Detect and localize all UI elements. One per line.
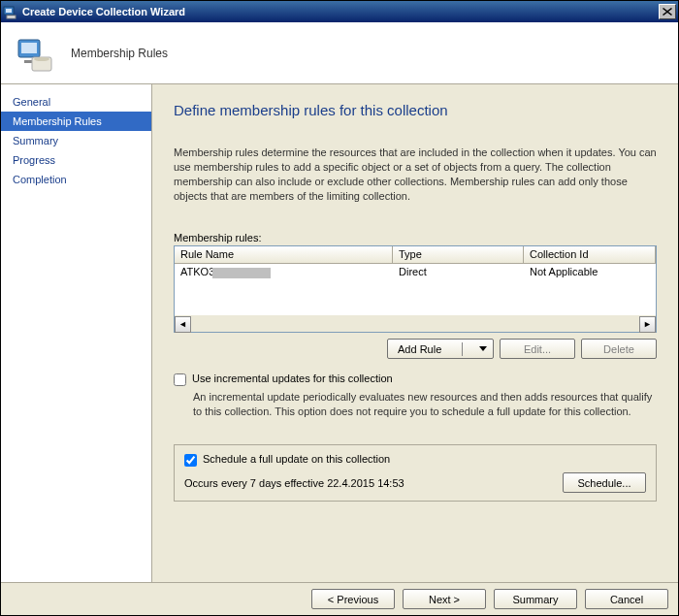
horizontal-scrollbar[interactable]: ◄ ► xyxy=(175,315,656,332)
cancel-button[interactable]: Cancel xyxy=(585,589,668,609)
col-type[interactable]: Type xyxy=(393,246,524,263)
page-description: Membership rules determine the resources… xyxy=(174,146,657,203)
cell-rule-name: ATKO3 xyxy=(175,265,393,279)
rules-toolbar: Add Rule Edit... Delete xyxy=(174,339,657,359)
col-collection-id[interactable]: Collection Id xyxy=(524,246,656,263)
header-title: Membership Rules xyxy=(71,47,168,60)
col-rule-name[interactable]: Rule Name xyxy=(175,246,393,263)
scroll-left-icon[interactable]: ◄ xyxy=(175,316,191,333)
wizard-header: Membership Rules xyxy=(1,22,678,84)
incremental-checkbox[interactable] xyxy=(174,373,186,386)
schedule-text: Occurs every 7 days effective 22.4.2015 … xyxy=(184,477,404,489)
rules-label: Membership rules: xyxy=(174,232,657,243)
cell-type: Direct xyxy=(393,265,524,279)
redacted-text xyxy=(212,268,271,278)
chevron-down-icon xyxy=(479,346,487,351)
delete-button: Delete xyxy=(581,339,657,359)
sidebar-item-summary[interactable]: Summary xyxy=(1,131,151,150)
app-icon xyxy=(3,4,18,19)
wizard-body: General Membership Rules Summary Progres… xyxy=(1,84,678,582)
schedule-group: Schedule a full update on this collectio… xyxy=(174,444,657,502)
edit-button: Edit... xyxy=(500,339,575,359)
rules-grid[interactable]: Rule Name Type Collection Id ATKO3 Direc… xyxy=(174,245,657,333)
cell-cid: Not Applicable xyxy=(524,265,656,279)
schedule-button[interactable]: Schedule... xyxy=(563,472,646,493)
grid-header: Rule Name Type Collection Id xyxy=(175,246,656,264)
scroll-right-icon[interactable]: ► xyxy=(639,316,656,333)
svg-point-7 xyxy=(34,57,49,61)
add-rule-button[interactable]: Add Rule xyxy=(387,339,494,359)
svg-rect-4 xyxy=(21,43,37,53)
wizard-footer: < Previous Next > Summary Cancel xyxy=(1,582,678,615)
schedule-label: Schedule a full update on this collectio… xyxy=(203,453,390,465)
table-row[interactable]: ATKO3 Direct Not Applicable xyxy=(175,264,656,280)
sidebar-item-completion[interactable]: Completion xyxy=(1,170,151,189)
schedule-checkbox[interactable] xyxy=(184,454,197,467)
incremental-desc: An incremental update periodically evalu… xyxy=(193,390,657,419)
incremental-row: Use incremental updates for this collect… xyxy=(174,373,657,386)
wizard-window: Create Device Collection Wizard Membersh… xyxy=(0,0,679,616)
previous-button[interactable]: < Previous xyxy=(311,589,395,609)
sidebar-item-general[interactable]: General xyxy=(1,92,151,112)
content-pane: Define membership rules for this collect… xyxy=(152,84,678,582)
grid-body: ATKO3 Direct Not Applicable xyxy=(175,264,656,314)
incremental-label: Use incremental updates for this collect… xyxy=(192,373,393,384)
header-icon xyxy=(15,34,53,73)
sidebar: General Membership Rules Summary Progres… xyxy=(1,84,152,582)
next-button[interactable]: Next > xyxy=(403,589,486,609)
close-button[interactable] xyxy=(659,4,676,19)
svg-rect-1 xyxy=(6,9,12,13)
page-heading: Define membership rules for this collect… xyxy=(174,102,657,118)
add-rule-label: Add Rule xyxy=(398,343,441,355)
sidebar-item-progress[interactable]: Progress xyxy=(1,150,151,170)
svg-rect-2 xyxy=(7,16,16,18)
titlebar[interactable]: Create Device Collection Wizard xyxy=(1,1,678,22)
sidebar-item-membership-rules[interactable]: Membership Rules xyxy=(1,112,151,131)
summary-button[interactable]: Summary xyxy=(494,589,577,609)
window-title: Create Device Collection Wizard xyxy=(22,6,659,17)
